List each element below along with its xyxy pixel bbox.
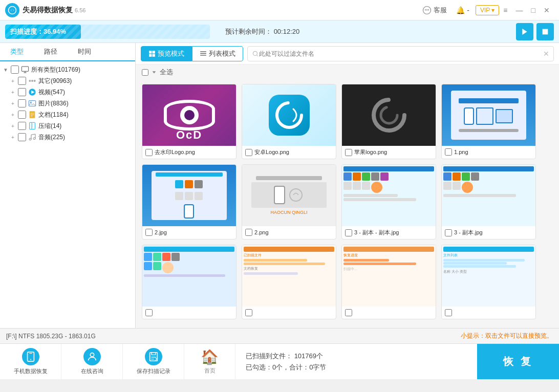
preview-mode-button[interactable]: 预览模式	[141, 46, 192, 61]
expand-icon[interactable]: +	[9, 123, 16, 129]
expand-icon[interactable]: ▼	[2, 67, 9, 73]
item-check-12[interactable]	[445, 309, 452, 316]
grid-label-6: 2.png	[242, 226, 336, 238]
grid-item-2[interactable]: 安卓Logo.png	[242, 84, 336, 159]
file-grid: OcD 去水印Logo.png	[136, 80, 559, 328]
filename-8: 3 - 副本.jpg	[454, 229, 483, 236]
view-mode-group: 预览模式 列表模式	[141, 46, 243, 61]
svg-rect-24	[200, 51, 206, 52]
tree-label-video: 视频(547)	[38, 88, 65, 97]
item-check-7[interactable]	[345, 229, 352, 236]
svg-marker-6	[522, 29, 527, 35]
footer-nav-consult[interactable]: 在线咨询	[61, 344, 123, 379]
expand-icon[interactable]: +	[9, 135, 16, 140]
file-tree: ▼ 所有类型(101769) + 其它(90963) +	[0, 61, 135, 328]
restore-button[interactable]: 恢 复	[477, 344, 559, 379]
list-mode-label: 列表模式	[209, 49, 235, 58]
tree-check-image[interactable]	[18, 99, 26, 107]
scan-controls	[516, 23, 554, 40]
item-check-2[interactable]	[245, 149, 252, 156]
tree-node-root[interactable]: ▼ 所有类型(101769)	[0, 64, 135, 75]
grid-item-3[interactable]: 苹果logo.png	[341, 84, 436, 159]
filter-input[interactable]	[259, 50, 543, 57]
video-icon	[28, 88, 37, 97]
select-all-label: 全选	[160, 68, 173, 77]
item-check-1[interactable]	[145, 149, 153, 156]
filename-6: 2.png	[254, 229, 269, 235]
home-label: 首页	[204, 367, 216, 375]
grid-item-6[interactable]: HAOCUN QINGLI 2.png	[242, 164, 336, 239]
preview-mode-label: 预览模式	[158, 49, 184, 58]
expand-icon[interactable]: +	[9, 78, 16, 84]
footer-stats: 已扫描到文件： 101769个 已勾选：0个，合计：0字节	[235, 344, 477, 379]
close-button[interactable]: ✕	[540, 6, 554, 14]
expand-icon[interactable]: +	[9, 112, 16, 118]
kefu-button[interactable]: 客服	[417, 4, 452, 16]
tab-bar: 类型 路径 时间	[0, 43, 135, 61]
thumbnail-1: OcD	[142, 84, 236, 146]
tree-node-video[interactable]: + 视频(547)	[0, 86, 135, 98]
item-check-3[interactable]	[345, 149, 352, 156]
grid-row-1: OcD 去水印Logo.png	[142, 84, 553, 159]
grid-item-5[interactable]: 2.jpg	[142, 164, 236, 239]
item-check-6[interactable]	[245, 229, 252, 236]
expand-icon[interactable]: +	[9, 101, 16, 106]
grid-item-9[interactable]	[142, 245, 236, 319]
tab-path[interactable]: 路径	[34, 43, 68, 61]
maximize-button[interactable]: □	[527, 6, 540, 14]
item-check-11[interactable]	[345, 309, 352, 316]
tree-node-doc[interactable]: + 文档(1184)	[0, 109, 135, 120]
other-icon	[28, 76, 37, 85]
item-check-8[interactable]	[445, 229, 452, 236]
select-all-checkbox[interactable]	[142, 69, 148, 76]
grid-item-4[interactable]: 1.png	[441, 84, 536, 159]
filter-wrap: ✕	[247, 46, 554, 61]
footer-home[interactable]: 🏠 首页	[184, 344, 235, 379]
tab-type[interactable]: 类型	[0, 43, 34, 61]
grid-item-11[interactable]: 恢复进度 扫描中...	[341, 245, 436, 319]
item-check-4[interactable]	[445, 148, 452, 156]
item-check-10[interactable]	[245, 309, 252, 316]
footer-nav-phone[interactable]: 手机数据恢复	[0, 344, 61, 379]
vip-button[interactable]: VIP ▾	[476, 5, 499, 15]
grid-item-12[interactable]: 文件列表 名称 大小 类型	[441, 245, 536, 319]
thumbnail-10: 已扫描文件 文档恢复	[242, 245, 336, 307]
tree-node-audio[interactable]: + 音频(225)	[0, 132, 135, 143]
filename-3: 苹果logo.png	[354, 148, 387, 156]
tree-node-other[interactable]: + 其它(90963)	[0, 75, 135, 86]
tree-check-audio[interactable]	[18, 133, 26, 141]
footer-nav-save[interactable]: 保存扫描记录	[123, 344, 184, 379]
tree-check-video[interactable]	[18, 88, 26, 96]
status-tip: 小提示：双击文件可以直接预览。	[461, 332, 553, 340]
grid-item-1[interactable]: OcD 去水印Logo.png	[142, 84, 236, 159]
list-mode-button[interactable]: 列表模式	[192, 46, 243, 61]
minimize-button[interactable]: —	[512, 6, 527, 14]
svg-point-30	[374, 100, 404, 130]
footer-nav-save-label: 保存扫描记录	[137, 367, 170, 375]
grid-item-8[interactable]: 3 - 副本.jpg	[441, 164, 536, 239]
tree-check-root[interactable]	[11, 66, 19, 74]
tree-node-zip[interactable]: + 压缩(14)	[0, 120, 135, 132]
item-check-9[interactable]	[145, 309, 153, 316]
grid-item-7[interactable]: 3 - 副本 - 副本.jpg	[341, 164, 436, 239]
tree-check-doc[interactable]	[18, 111, 26, 119]
filter-clear-button[interactable]: ✕	[543, 50, 549, 58]
tree-node-image[interactable]: + 图片(8836)	[0, 98, 135, 109]
filename-1: 去水印Logo.png	[155, 148, 195, 156]
menu-button[interactable]: ≡	[499, 6, 511, 14]
grid-item-10[interactable]: 已扫描文件 文档恢复	[242, 245, 336, 319]
online-consult-icon	[83, 348, 101, 365]
grid-row-3: 已扫描文件 文档恢复	[142, 245, 553, 319]
doc-icon	[28, 110, 37, 119]
tab-time[interactable]: 时间	[68, 43, 101, 61]
tree-check-other[interactable]	[18, 77, 26, 85]
tree-check-zip[interactable]	[18, 122, 26, 130]
item-check-5[interactable]	[145, 229, 153, 236]
expand-icon[interactable]: +	[9, 90, 16, 95]
bell-button[interactable]: 🔔 -	[452, 5, 474, 16]
view-toolbar: 预览模式 列表模式 ✕	[136, 43, 559, 64]
play-button[interactable]	[516, 23, 533, 40]
svg-point-32	[290, 189, 302, 201]
svg-rect-17	[30, 122, 35, 129]
stop-button[interactable]	[536, 23, 554, 40]
